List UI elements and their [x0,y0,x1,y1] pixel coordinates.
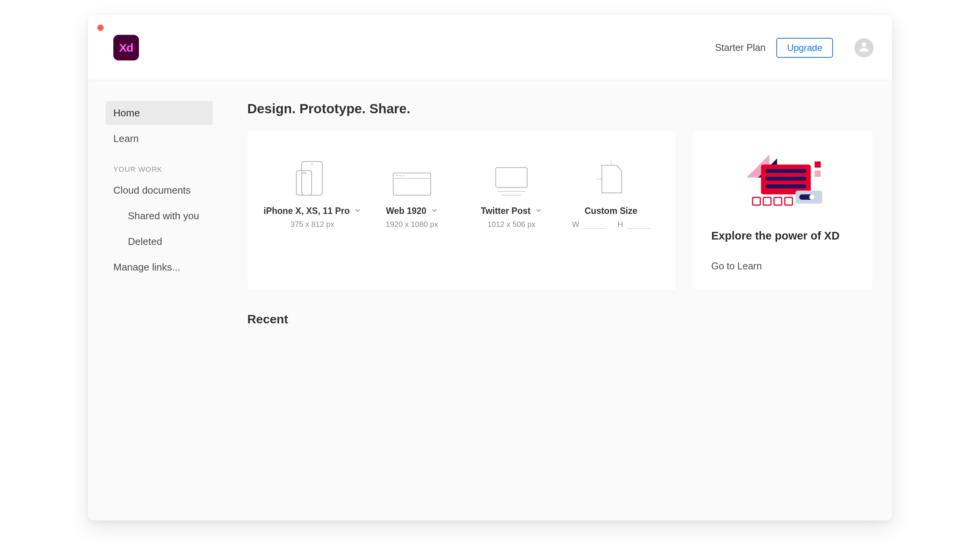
sidebar-item-deleted[interactable]: Deleted [106,230,213,254]
svg-point-6 [396,175,398,176]
svg-rect-9 [496,168,527,187]
sidebar: Home Learn YOUR WORK Cloud documents Sha… [88,80,230,520]
preset-web-size: 1920 x 1080 px [362,220,462,229]
app-window: Xd Starter Plan Upgrade Home Learn YOUR … [88,15,892,520]
svg-rect-20 [815,161,821,168]
recent-heading: Recent [247,312,873,326]
web-preset-icon [362,155,462,197]
svg-rect-26 [763,197,771,205]
preset-iphone-size: 375 x 812 px [263,220,362,229]
learn-card-title: Explore the power of XD [711,230,854,242]
learn-card: Explore the power of XD Go to Learn [693,131,873,290]
preset-twitter-title-row: Twitter Post [481,206,542,216]
preset-iphone-title-row: iPhone X, XS, 11 Pro [264,206,361,216]
chevron-down-icon[interactable] [354,206,361,216]
go-to-learn-link[interactable]: Go to Learn [711,261,854,272]
user-icon [858,41,870,54]
main-content: Design. Prototype. Share. [230,80,892,520]
svg-rect-19 [766,184,806,188]
presets-card: iPhone X, XS, 11 Pro 375 x 812 px [247,131,676,290]
sidebar-section-label: YOUR WORK [88,152,230,178]
svg-rect-21 [815,171,821,177]
sidebar-item-shared-with-you[interactable]: Shared with you [106,204,213,228]
svg-rect-18 [766,177,806,181]
preset-custom-title-row: Custom Size [585,206,637,216]
svg-rect-17 [766,169,806,173]
top-bar-right: Starter Plan Upgrade [715,38,874,58]
cards-row: iPhone X, XS, 11 Pro 375 x 812 px [247,131,873,290]
svg-point-24 [809,194,815,200]
preset-web-title: Web 1920 [386,206,426,216]
sidebar-item-learn[interactable]: Learn [106,127,213,151]
plan-label: Starter Plan [715,42,766,53]
top-bar: Xd Starter Plan Upgrade [88,15,892,80]
account-avatar[interactable] [854,38,874,57]
svg-rect-27 [774,197,782,205]
close-window-icon[interactable] [97,24,104,31]
xd-logo-icon: Xd [113,35,139,60]
preset-twitter-title: Twitter Post [481,206,531,216]
window-controls [97,24,104,31]
iphone-preset-icon [263,155,362,197]
custom-width-input[interactable] [583,220,606,229]
svg-rect-25 [753,197,760,205]
svg-rect-28 [785,197,792,205]
preset-web[interactable]: Web 1920 1920 x 1080 px [362,155,462,262]
preset-custom[interactable]: Custom Size W H [561,155,661,262]
twitter-preset-icon [462,155,561,197]
custom-size-inputs: W H [561,220,661,229]
sidebar-item-home[interactable]: Home [106,101,213,125]
sidebar-item-manage-links[interactable]: Manage links... [106,255,213,279]
svg-rect-1 [296,171,312,195]
learn-illustration-icon [711,145,854,214]
svg-rect-4 [393,173,431,195]
sidebar-item-cloud-documents[interactable]: Cloud documents [106,178,213,202]
page-headline: Design. Prototype. Share. [247,101,873,116]
chevron-down-icon[interactable] [431,206,438,216]
preset-custom-title: Custom Size [585,206,637,216]
custom-height-label: H [617,220,623,229]
preset-iphone-title: iPhone X, XS, 11 Pro [264,206,350,216]
svg-point-7 [399,175,401,176]
preset-twitter[interactable]: Twitter Post 1012 x 506 px [462,155,561,262]
preset-web-title-row: Web 1920 [386,206,438,216]
custom-preset-icon [561,155,661,197]
body: Home Learn YOUR WORK Cloud documents Sha… [88,80,892,520]
svg-rect-2 [302,172,306,174]
upgrade-button[interactable]: Upgrade [776,38,833,58]
xd-logo-text: Xd [119,41,133,54]
preset-iphone[interactable]: iPhone X, XS, 11 Pro 375 x 812 px [263,155,362,262]
svg-point-8 [402,175,404,176]
custom-width-label: W [572,220,579,229]
custom-height-input[interactable] [627,220,650,229]
chevron-down-icon[interactable] [535,206,542,216]
preset-twitter-size: 1012 x 506 px [462,220,561,229]
svg-point-3 [311,163,313,165]
